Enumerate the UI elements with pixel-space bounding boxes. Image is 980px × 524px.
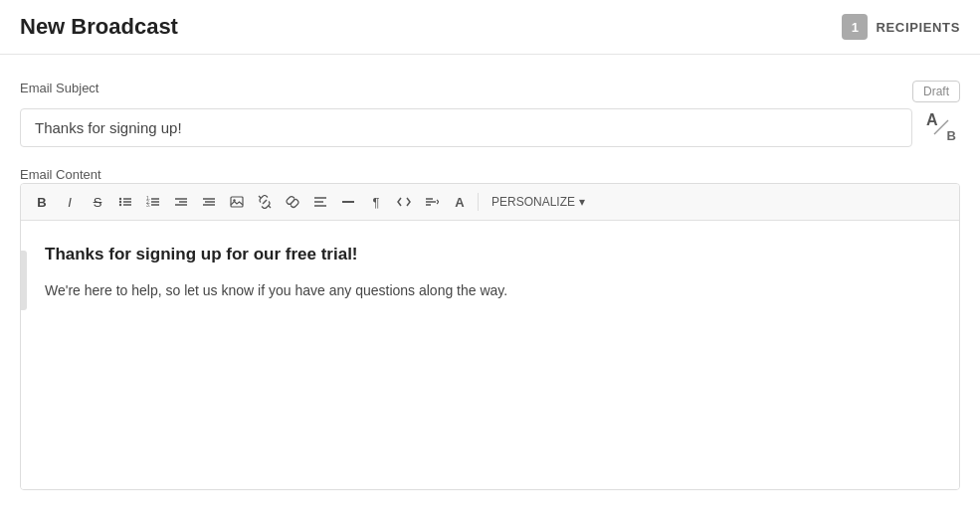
email-subject-section: Email Subject Draft A B <box>20 79 960 147</box>
code-button[interactable] <box>391 189 417 215</box>
recipients-label[interactable]: RECIPIENTS <box>876 20 960 35</box>
toolbar-separator <box>478 193 479 211</box>
draft-badge: Draft <box>912 81 960 102</box>
indent-decrease-button[interactable] <box>168 189 194 215</box>
page-title: New Broadcast <box>20 14 178 40</box>
image-button[interactable] <box>224 189 250 215</box>
editor-toolbar: B I S 1.2.3. <box>21 184 959 221</box>
email-subject-input[interactable] <box>20 108 912 147</box>
personalize-label: PERSONALIZE <box>491 195 575 209</box>
svg-text:3.: 3. <box>146 202 150 208</box>
email-content-label: Email Content <box>20 167 101 182</box>
unlink-button[interactable] <box>252 189 278 215</box>
subject-input-wrapper <box>20 108 912 147</box>
svg-line-22 <box>269 206 271 208</box>
indent-increase-button[interactable] <box>196 189 222 215</box>
link-button[interactable] <box>280 189 305 215</box>
header-actions: 1 RECIPIENTS <box>842 14 960 40</box>
editor-body-text: We're here to help, so let us know if yo… <box>45 279 935 301</box>
page-header: New Broadcast 1 RECIPIENTS <box>0 0 980 55</box>
align-button[interactable] <box>307 189 333 215</box>
paragraph-button[interactable]: ¶ <box>363 189 389 215</box>
ab-icon: A B <box>926 112 956 142</box>
ordered-list-button[interactable]: 1.2.3. <box>140 189 166 215</box>
recipients-count-badge: 1 <box>842 14 868 40</box>
svg-line-23 <box>291 200 294 204</box>
italic-button[interactable]: I <box>57 189 83 215</box>
unordered-list-button[interactable] <box>112 189 138 215</box>
svg-rect-19 <box>231 197 243 207</box>
sort-button[interactable] <box>419 189 445 215</box>
ab-letter-b: B <box>947 129 956 142</box>
email-subject-label: Email Subject <box>20 81 98 95</box>
svg-point-1 <box>119 198 121 200</box>
personalize-button[interactable]: PERSONALIZE ▾ <box>484 192 593 212</box>
personalize-dropdown-arrow: ▾ <box>579 195 585 209</box>
svg-point-5 <box>119 204 121 206</box>
editor-body[interactable]: Thanks for signing up for our free trial… <box>21 221 959 489</box>
horizontal-rule-button[interactable] <box>335 189 361 215</box>
bold-button[interactable]: B <box>29 189 55 215</box>
main-content: Email Subject Draft A B Email Content <box>0 55 980 514</box>
editor-heading: Thanks for signing up for our free trial… <box>45 241 935 267</box>
email-content-section: Email Content B I S 1.2.3. <box>20 165 960 490</box>
editor-left-accent <box>21 251 27 310</box>
ab-test-button[interactable]: A B <box>922 108 960 146</box>
subject-row: A B <box>20 108 960 147</box>
svg-point-3 <box>119 201 121 203</box>
strikethrough-button[interactable]: S <box>85 189 110 215</box>
svg-line-21 <box>259 196 261 198</box>
font-color-button[interactable]: A <box>447 189 473 215</box>
editor-wrapper: B I S 1.2.3. <box>20 183 960 490</box>
